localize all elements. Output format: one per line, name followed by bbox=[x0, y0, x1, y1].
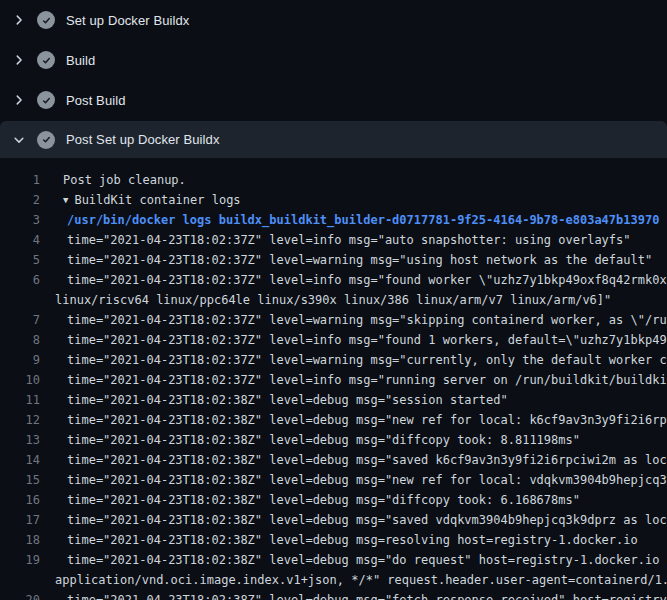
log-line-text: time="2021-04-23T18:02:38Z" level=debug … bbox=[67, 490, 580, 510]
step-header-set-up-docker-buildx[interactable]: Set up Docker Buildx bbox=[0, 0, 667, 40]
log-line-text: time="2021-04-23T18:02:37Z" level=info m… bbox=[67, 330, 667, 350]
chevron-right-icon bbox=[12, 53, 26, 67]
step-title: Post Set up Docker Buildx bbox=[66, 132, 220, 147]
log-line-number[interactable]: 8 bbox=[0, 330, 40, 350]
step-title: Post Build bbox=[66, 93, 126, 108]
log-line: 5 time="2021-04-23T18:02:37Z" level=warn… bbox=[0, 250, 667, 270]
log-line-number[interactable]: 5 bbox=[0, 250, 40, 270]
log-line: 13 time="2021-04-23T18:02:38Z" level=deb… bbox=[0, 430, 667, 450]
log-line-text: time="2021-04-23T18:02:38Z" level=debug … bbox=[67, 590, 667, 600]
log-line-number[interactable]: 4 bbox=[0, 230, 40, 250]
log-line: 6 time="2021-04-23T18:02:37Z" level=info… bbox=[0, 270, 667, 290]
log-line-number[interactable]: 19 bbox=[0, 550, 40, 570]
step-success-check-icon bbox=[37, 91, 55, 109]
log-line-text: /usr/bin/docker logs buildx_buildkit_bui… bbox=[67, 210, 659, 230]
log-group-toggle[interactable]: 2 ▼BuildKit container logs bbox=[0, 190, 667, 210]
log-line-number[interactable]: 16 bbox=[0, 490, 40, 510]
step-success-check-icon bbox=[37, 51, 55, 69]
log-line-text: time="2021-04-23T18:02:38Z" level=debug … bbox=[67, 430, 580, 450]
log-line: 10 time="2021-04-23T18:02:37Z" level=inf… bbox=[0, 370, 667, 390]
log-line-number bbox=[0, 570, 40, 590]
log-line-number[interactable]: 20 bbox=[0, 590, 40, 600]
chevron-down-icon bbox=[12, 133, 26, 147]
log-line-number[interactable]: 10 bbox=[0, 370, 40, 390]
chevron-right-icon bbox=[12, 13, 26, 27]
log-line: 18 time="2021-04-23T18:02:38Z" level=deb… bbox=[0, 530, 667, 550]
log-line-number[interactable]: 14 bbox=[0, 450, 40, 470]
step-header-post-set-up-docker-buildx[interactable]: Post Set up Docker Buildx bbox=[0, 121, 667, 158]
log-line-text: time="2021-04-23T18:02:37Z" level=warnin… bbox=[67, 350, 667, 370]
log-line-number[interactable]: 18 bbox=[0, 530, 40, 550]
log-line-text: time="2021-04-23T18:02:37Z" level=info m… bbox=[67, 270, 667, 290]
step-header-build[interactable]: Build bbox=[0, 40, 667, 80]
step-title: Set up Docker Buildx bbox=[66, 13, 189, 28]
step-log-output: 1 Post job cleanup. 2 ▼BuildKit containe… bbox=[0, 170, 667, 600]
log-line-number bbox=[0, 290, 40, 310]
log-line: 19 time="2021-04-23T18:02:38Z" level=deb… bbox=[0, 550, 667, 570]
log-line: 12 time="2021-04-23T18:02:38Z" level=deb… bbox=[0, 410, 667, 430]
log-line: 20 time="2021-04-23T18:02:38Z" level=deb… bbox=[0, 590, 667, 600]
log-line: 8 time="2021-04-23T18:02:37Z" level=info… bbox=[0, 330, 667, 350]
log-line: 15 time="2021-04-23T18:02:38Z" level=deb… bbox=[0, 470, 667, 490]
log-line-text: time="2021-04-23T18:02:37Z" level=info m… bbox=[67, 370, 667, 390]
log-line-text: time="2021-04-23T18:02:38Z" level=debug … bbox=[67, 550, 667, 570]
log-line: 11 time="2021-04-23T18:02:38Z" level=deb… bbox=[0, 390, 667, 410]
log-line-number[interactable]: 11 bbox=[0, 390, 40, 410]
log-line-text: Post job cleanup. bbox=[63, 170, 186, 190]
job-steps-list: Set up Docker Buildx Build bbox=[0, 0, 667, 158]
log-line-text: time="2021-04-23T18:02:38Z" level=debug … bbox=[67, 390, 508, 410]
log-line-number[interactable]: 7 bbox=[0, 310, 40, 330]
log-line-number[interactable]: 12 bbox=[0, 410, 40, 430]
log-line-text: time="2021-04-23T18:02:37Z" level=info m… bbox=[67, 230, 631, 250]
log-line: 9 time="2021-04-23T18:02:37Z" level=warn… bbox=[0, 350, 667, 370]
log-line-text: linux/riscv64 linux/ppc64le linux/s390x … bbox=[55, 290, 611, 310]
step-title: Build bbox=[66, 53, 95, 68]
step-header-post-build[interactable]: Post Build bbox=[0, 80, 667, 120]
log-line-text: time="2021-04-23T18:02:38Z" level=debug … bbox=[67, 530, 638, 550]
log-line: linux/riscv64 linux/ppc64le linux/s390x … bbox=[0, 290, 667, 310]
log-line-number[interactable]: 6 bbox=[0, 270, 40, 290]
group-open-triangle-icon[interactable]: ▼ bbox=[63, 190, 68, 210]
log-line: 4 time="2021-04-23T18:02:37Z" level=info… bbox=[0, 230, 667, 250]
chevron-icon-box bbox=[11, 92, 27, 108]
log-line: 3 /usr/bin/docker logs buildx_buildkit_b… bbox=[0, 210, 667, 230]
log-line-text: application/vnd.oci.image.index.v1+json,… bbox=[55, 570, 667, 590]
chevron-icon-box bbox=[11, 132, 27, 148]
chevron-right-icon bbox=[12, 93, 26, 107]
step-success-check-icon bbox=[37, 11, 55, 29]
step-success-check-icon bbox=[37, 131, 55, 149]
log-line-text: time="2021-04-23T18:02:37Z" level=warnin… bbox=[67, 250, 652, 270]
log-line: 17 time="2021-04-23T18:02:38Z" level=deb… bbox=[0, 510, 667, 530]
log-line-number[interactable]: 17 bbox=[0, 510, 40, 530]
log-line: application/vnd.oci.image.index.v1+json,… bbox=[0, 570, 667, 590]
log-line-number[interactable]: 9 bbox=[0, 350, 40, 370]
chevron-icon-box bbox=[11, 52, 27, 68]
log-line-text: BuildKit container logs bbox=[74, 190, 240, 210]
log-line-text: time="2021-04-23T18:02:38Z" level=debug … bbox=[67, 510, 667, 530]
log-line-number[interactable]: 3 bbox=[0, 210, 40, 230]
log-line-text: time="2021-04-23T18:02:38Z" level=debug … bbox=[67, 410, 667, 430]
log-line: 7 time="2021-04-23T18:02:37Z" level=warn… bbox=[0, 310, 667, 330]
log-line: 1 Post job cleanup. bbox=[0, 170, 667, 190]
log-line-number[interactable]: 13 bbox=[0, 430, 40, 450]
log-line: 14 time="2021-04-23T18:02:38Z" level=deb… bbox=[0, 450, 667, 470]
log-line-number[interactable]: 15 bbox=[0, 470, 40, 490]
log-line-number[interactable]: 2 bbox=[0, 190, 40, 210]
chevron-icon-box bbox=[11, 12, 27, 28]
log-line: 16 time="2021-04-23T18:02:38Z" level=deb… bbox=[0, 490, 667, 510]
log-line-text: time="2021-04-23T18:02:37Z" level=warnin… bbox=[67, 310, 667, 330]
log-line-text: time="2021-04-23T18:02:38Z" level=debug … bbox=[67, 450, 667, 470]
log-line-number[interactable]: 1 bbox=[0, 170, 40, 190]
log-line-text: time="2021-04-23T18:02:38Z" level=debug … bbox=[67, 470, 667, 490]
